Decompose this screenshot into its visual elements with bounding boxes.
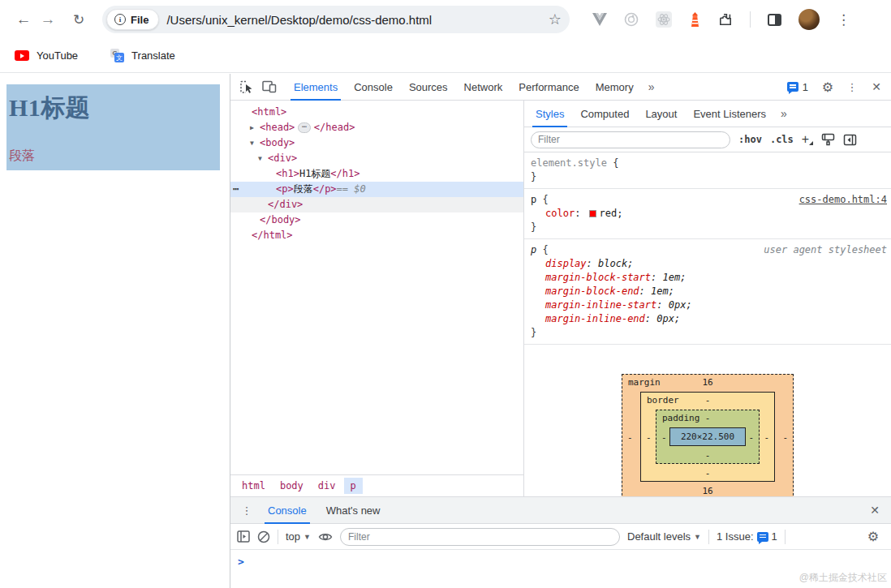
- issues-summary[interactable]: 1 Issue: 1: [717, 530, 777, 543]
- box-model-margin-top-value[interactable]: 16: [622, 377, 793, 388]
- box-model-border-bottom-value[interactable]: -: [641, 468, 774, 479]
- tab-network[interactable]: Network: [456, 74, 511, 101]
- css-rule[interactable]: element.style {}: [524, 152, 891, 189]
- console-settings-icon[interactable]: ⚙: [862, 526, 885, 547]
- tree-row[interactable]: <h1>H1标题</h1>: [230, 166, 523, 182]
- subtab-computed[interactable]: Computed: [572, 101, 637, 127]
- breadcrumb-item-html[interactable]: html: [235, 478, 272, 494]
- back-icon[interactable]: ←: [11, 7, 36, 32]
- subtab-styles[interactable]: Styles: [527, 101, 572, 127]
- tree-row[interactable]: </html>: [230, 228, 523, 243]
- devtools-menu-icon[interactable]: ⋮: [841, 76, 863, 97]
- context-selector[interactable]: top ▼: [286, 530, 311, 543]
- clear-console-icon[interactable]: [257, 530, 270, 543]
- box-model-padding-left-value[interactable]: -: [661, 431, 667, 442]
- tab-elements[interactable]: Elements: [286, 74, 346, 101]
- drawer-tab-whats-new[interactable]: What's new: [316, 497, 390, 524]
- tab-sources[interactable]: Sources: [401, 74, 456, 101]
- live-expression-icon[interactable]: [318, 531, 333, 543]
- css-property[interactable]: margin-block-start: 1em;: [531, 271, 886, 285]
- row-menu-icon[interactable]: ⋯: [233, 182, 238, 197]
- tree-row[interactable]: <html>: [230, 105, 523, 120]
- tree-row[interactable]: ⋯<p>段落</p> == $0: [230, 182, 523, 197]
- css-rule[interactable]: user agent stylesheetp {display: block;m…: [524, 239, 891, 345]
- tree-row[interactable]: ▶<head>⋯</head>: [230, 120, 523, 135]
- element-classes-button[interactable]: .cls: [770, 134, 794, 145]
- console-sidebar-icon[interactable]: [237, 530, 250, 543]
- tab-memory[interactable]: Memory: [588, 74, 642, 101]
- css-property[interactable]: display: block;: [531, 257, 886, 271]
- box-model-padding-bottom-value[interactable]: -: [656, 450, 759, 461]
- tree-row[interactable]: ▼<div>: [230, 151, 523, 166]
- info-icon[interactable]: i: [114, 14, 126, 25]
- css-property[interactable]: margin-block-end: 1em;: [531, 285, 886, 298]
- extensions-puzzle-icon[interactable]: [718, 12, 733, 27]
- box-model-margin-bottom-value[interactable]: 16: [622, 486, 793, 496]
- bookmark-youtube[interactable]: YouTube: [15, 49, 78, 62]
- browser-menu-icon[interactable]: ⋮: [837, 13, 850, 27]
- device-toolbar-icon[interactable]: [258, 76, 281, 97]
- box-model-margin-right-value[interactable]: -: [782, 431, 788, 442]
- url-bar[interactable]: i File /Users/unix_kernel/Desktop/demo/c…: [102, 6, 570, 33]
- bookmark-translate[interactable]: G 文 Translate: [110, 49, 175, 62]
- drawer-menu-icon[interactable]: ⋮: [235, 500, 258, 521]
- toggle-pseudo-state-button[interactable]: :hov: [738, 134, 762, 145]
- box-model-margin-left-value[interactable]: -: [627, 431, 633, 442]
- rendering-emulation-icon[interactable]: [821, 133, 835, 146]
- new-style-rule-icon[interactable]: +: [802, 132, 813, 147]
- profile-avatar[interactable]: [798, 9, 820, 30]
- drawer-close-icon[interactable]: ✕: [863, 500, 886, 521]
- breadcrumb-item-div[interactable]: div: [312, 478, 342, 494]
- console-prompt[interactable]: >: [230, 550, 891, 568]
- expand-arrow-icon[interactable]: ▼: [250, 135, 260, 151]
- breadcrumb-item-body[interactable]: body: [273, 478, 310, 494]
- box-model-margin[interactable]: margin1616--border----padding----220×22.…: [622, 374, 794, 496]
- css-rule[interactable]: css-demo.html:4p {color: red;}: [524, 189, 891, 239]
- forward-icon[interactable]: →: [36, 7, 60, 32]
- box-model-padding-right-value[interactable]: -: [748, 431, 754, 442]
- more-panels-icon[interactable]: »: [642, 80, 661, 93]
- devtools-close-icon[interactable]: ✕: [865, 76, 888, 97]
- tab-performance[interactable]: Performance: [510, 74, 587, 101]
- lighthouse-extension-icon[interactable]: [689, 12, 701, 27]
- box-model-border-right-value[interactable]: -: [764, 431, 769, 442]
- css-property[interactable]: margin-inline-start: 0px;: [531, 298, 886, 312]
- highlighted-div[interactable]: H1标题 段落: [6, 84, 220, 170]
- box-model-border-left-value[interactable]: -: [646, 431, 652, 442]
- breadcrumb-item-p[interactable]: p: [344, 478, 363, 494]
- log-levels-selector[interactable]: Default levels ▼: [627, 530, 701, 543]
- computed-sidebar-toggle-icon[interactable]: [843, 134, 857, 146]
- color-swatch[interactable]: [589, 210, 596, 217]
- tree-row[interactable]: ▼<body>: [230, 135, 523, 151]
- more-subtabs-icon[interactable]: »: [774, 107, 794, 120]
- url-file-chip[interactable]: i File: [106, 9, 159, 30]
- subtab-layout[interactable]: Layout: [637, 101, 685, 127]
- css-property[interactable]: color: red;: [531, 207, 886, 221]
- box-model-border[interactable]: border----padding----220×22.500: [640, 392, 775, 482]
- record-extension-icon[interactable]: [624, 12, 639, 27]
- css-property[interactable]: margin-inline-end: 0px;: [531, 312, 886, 326]
- subtab-event-listeners[interactable]: Event Listeners: [685, 101, 774, 127]
- stylesheet-source-link[interactable]: css-demo.html:4: [799, 193, 887, 207]
- reload-icon[interactable]: ↻: [67, 7, 91, 32]
- styles-filter-input[interactable]: [531, 131, 730, 148]
- react-devtools-icon[interactable]: [656, 11, 672, 28]
- expand-arrow-icon[interactable]: ▼: [258, 151, 268, 166]
- vue-devtools-icon[interactable]: [592, 13, 607, 26]
- box-model-padding-top-value[interactable]: -: [656, 413, 759, 423]
- box-model-padding[interactable]: padding----220×22.500: [656, 410, 760, 464]
- bookmark-star-icon[interactable]: ☆: [549, 11, 562, 28]
- tab-console[interactable]: Console: [346, 74, 401, 101]
- tree-row[interactable]: </div>: [230, 197, 523, 212]
- drawer-tab-console[interactable]: Console: [258, 497, 316, 524]
- side-panel-icon[interactable]: [768, 14, 781, 26]
- issues-counter[interactable]: 1: [781, 81, 815, 93]
- expand-arrow-icon[interactable]: ▶: [250, 120, 260, 135]
- box-model-content[interactable]: 220×22.500: [669, 427, 746, 446]
- console-filter-input[interactable]: [340, 528, 620, 546]
- box-model-border-top-value[interactable]: -: [641, 395, 774, 406]
- tree-row[interactable]: </body>: [230, 212, 523, 228]
- url-text[interactable]: /Users/unix_kernel/Desktop/demo/css-demo…: [166, 13, 548, 27]
- devtools-settings-icon[interactable]: ⚙: [816, 76, 839, 97]
- inspect-element-icon[interactable]: [235, 76, 258, 97]
